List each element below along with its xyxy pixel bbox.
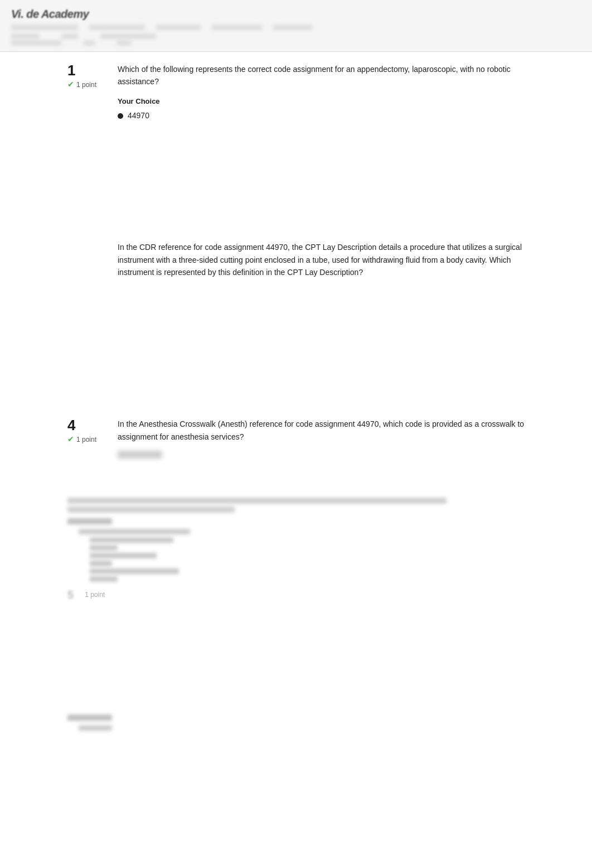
correct-checkmark-4: ✔ (67, 433, 74, 445)
main-content: 1 ✔ 1 point Which of the following repre… (45, 52, 547, 755)
spacer-2 (67, 295, 525, 418)
meta-value2 (117, 40, 131, 46)
question-5-number: 5 (67, 586, 74, 603)
points-label-4: 1 point (76, 435, 96, 445)
question-4-body: In the Anesthesia Crosswalk (Anesth) ref… (118, 418, 525, 459)
nav-item-3[interactable] (156, 25, 201, 30)
nav-item-1[interactable] (11, 25, 78, 30)
header-nav (11, 25, 581, 30)
bottom-your-choice-label (67, 715, 112, 721)
question-1-number: 1 (67, 63, 75, 78)
question-5-text-lines (67, 498, 525, 513)
your-choice-label-1: Your Choice (118, 96, 525, 107)
question-1-number-col: 1 ✔ 1 point (67, 63, 106, 124)
status-label (11, 33, 39, 39)
meta-label1 (11, 40, 61, 46)
question-5-points-label: 1 point (85, 590, 105, 600)
header-meta-row2 (11, 40, 581, 46)
question-4-points: ✔ 1 point (67, 433, 96, 445)
nav-item-4[interactable] (212, 25, 262, 30)
bottom-section (67, 715, 525, 731)
question-4-block: 4 ✔ 1 point In the Anesthesia Crosswalk … (67, 418, 525, 459)
question-1-block: 1 ✔ 1 point Which of the following repre… (67, 63, 525, 124)
nav-item-2[interactable] (89, 25, 145, 30)
spacer-3 (67, 475, 525, 498)
blurred-answer-list (67, 529, 525, 582)
question-4-text: In the Anesthesia Crosswalk (Anesth) ref… (118, 418, 525, 443)
question-1-text: Which of the following represents the co… (118, 63, 525, 88)
header-meta-row1 (11, 33, 581, 39)
question-2-text: In the CDR reference for code assignment… (118, 241, 525, 278)
question-4-number-col: 4 ✔ 1 point (67, 418, 106, 459)
choice-dot-1 (118, 113, 123, 119)
question-5-number-row: 5 1 point (67, 586, 525, 603)
correct-checkmark-1: ✔ (67, 79, 74, 90)
question-4-number: 4 (67, 418, 75, 432)
status-value (61, 33, 78, 39)
question-4-answer (118, 451, 162, 459)
meta-value1 (84, 40, 95, 46)
answer-value-1: 44970 (128, 110, 149, 122)
question-1-answer: 44970 (118, 110, 525, 122)
nav-item-5[interactable] (273, 25, 312, 30)
spacer-4 (67, 614, 525, 715)
header: Vi. de Academy (0, 0, 592, 52)
question-5-points: 1 point (85, 586, 105, 603)
score-label (100, 33, 156, 39)
bottom-answer-value (79, 725, 112, 731)
question-1-body: Which of the following represents the co… (118, 63, 525, 124)
spacer-1 (67, 141, 525, 241)
blurred-your-choice-label (67, 518, 112, 524)
question-2-block: In the CDR reference for code assignment… (67, 241, 525, 278)
question-5-block: 5 1 point (67, 498, 525, 603)
app-title: Vi. de Academy (11, 6, 581, 22)
points-label-1: 1 point (76, 80, 96, 90)
blurred-subitems (79, 537, 525, 582)
question-1-points: ✔ 1 point (67, 79, 96, 90)
